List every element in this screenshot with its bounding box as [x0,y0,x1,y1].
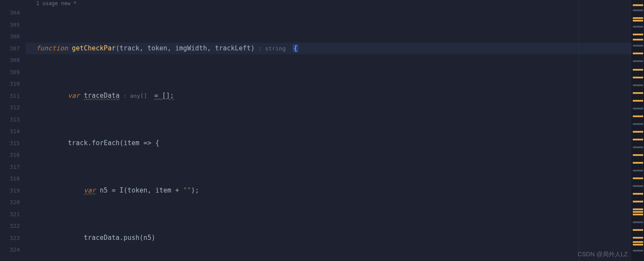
line-number[interactable]: 324 [0,244,20,256]
line-number[interactable]: 319 [0,185,20,197]
rest: = []; [154,92,174,99]
code-line[interactable]: function getCheckPar(track, token, imgWi… [26,43,632,55]
minimap-marker [633,34,643,35]
minimap-marker [633,20,643,22]
minimap-marker [633,170,643,171]
minimap-marker [633,9,643,11]
return-type-hint: : string [255,45,293,52]
minimap-marker [633,17,643,19]
minimap-marker [633,241,643,243]
line-number[interactable]: 318 [0,173,20,185]
minimap-marker [633,146,643,148]
minimap-marker [633,92,643,94]
minimap-marker [633,211,643,213]
minimap-marker [633,177,643,179]
minimap-marker [633,208,643,210]
line-number[interactable]: 316 [0,149,20,161]
params: (track, token, imgWidth, trackLeft) [116,44,255,52]
line-number[interactable]: 313 [0,114,20,126]
keyword-function: function [36,44,68,52]
minimap-marker [633,237,643,239]
type-hint: : any[] [120,93,154,99]
keyword-var: var [68,92,80,99]
minimap-marker [633,193,643,195]
minimap-marker [633,4,643,6]
indent [36,186,84,194]
right-margin-guide [579,0,579,261]
line-number[interactable]: 306 [0,31,20,43]
line-number[interactable]: 317 [0,161,20,173]
line-number[interactable]: 314 [0,125,20,137]
line-number[interactable]: 308 [0,54,20,66]
line-number[interactable]: 312 [0,102,20,114]
minimap-marker [633,229,643,231]
minimap-marker [633,60,643,62]
minimap-marker [633,162,643,164]
minimap-marker [633,214,643,215]
line-number[interactable]: 320 [0,196,20,208]
line-number[interactable]: 322 [0,220,20,232]
minimap-marker [633,244,643,245]
minimap-marker [633,108,643,109]
line-number[interactable]: 309 [0,66,20,78]
tail: ); [191,186,199,194]
function-name: getCheckPar [72,44,116,52]
line-number[interactable]: 304 [0,7,20,19]
minimap-marker [633,221,643,223]
minimap-marker [633,69,643,71]
usages-hint[interactable]: 1 usage new * [26,0,632,7]
code-editor: 304 305 306 307 308 309 310 311 312 313 … [0,0,644,261]
minimap-marker [633,26,643,28]
line-number[interactable]: 310 [0,78,20,90]
minimap-marker [633,131,643,133]
watermark: CSDN @局外人LZ [578,251,628,258]
minimap-marker [633,139,643,140]
minimap-marker [633,77,643,78]
string-literal: "" [183,186,191,194]
minimap-marker [633,250,643,252]
minimap-marker [633,123,643,125]
minimap-marker [633,154,643,156]
selected-brace: { [293,44,298,52]
rest: n5 = I(token, item + [96,186,183,194]
minimap-marker [633,115,643,117]
minimap-marker [633,45,643,47]
minimap[interactable] [632,0,644,261]
minimap-marker [633,84,643,86]
line-number[interactable]: 305 [0,19,20,31]
line-number[interactable]: 315 [0,137,20,149]
minimap-marker [633,201,643,202]
code-area[interactable]: 1 usage new * function getCheckPar(track… [26,0,632,261]
line-number[interactable]: 307 [0,43,20,55]
code-line[interactable]: var n5 = I(token, item + ""); [26,185,632,197]
minimap-marker [633,53,643,54]
minimap-marker [633,185,643,187]
code-line[interactable]: var traceData : any[] = []; [26,90,632,102]
code-line[interactable]: traceData.push(n5) [26,232,632,244]
line-number[interactable]: 323 [0,232,20,244]
minimap-marker [633,39,643,40]
line-number[interactable]: 321 [0,208,20,221]
identifier: traceData [84,92,120,99]
line-number-gutter[interactable]: 304 305 306 307 308 309 310 311 312 313 … [0,0,26,261]
code-lines[interactable]: function getCheckPar(track, token, imgWi… [26,7,632,261]
code-line[interactable]: track.forEach(item => { [26,137,632,149]
minimap-marker [633,100,643,102]
keyword-var: var [84,186,96,194]
line-number[interactable]: 311 [0,90,20,102]
